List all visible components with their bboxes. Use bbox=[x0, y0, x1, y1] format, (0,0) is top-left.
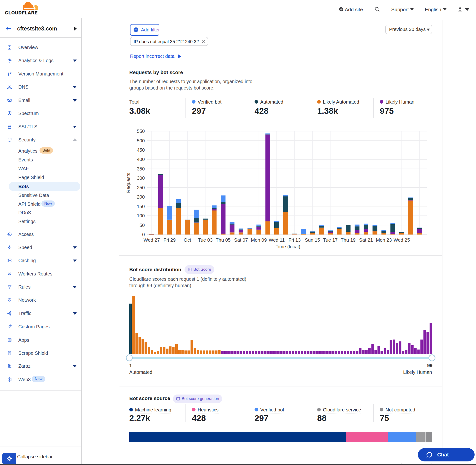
svg-text:Mon 09: Mon 09 bbox=[251, 237, 267, 243]
svg-text:Wed 27: Wed 27 bbox=[144, 237, 160, 243]
svg-text:50: 50 bbox=[139, 223, 145, 228]
svg-text:300: 300 bbox=[137, 176, 145, 181]
svg-text:150: 150 bbox=[137, 204, 145, 209]
svg-text:Fri 29: Fri 29 bbox=[163, 237, 176, 243]
svg-text:550: 550 bbox=[137, 128, 145, 134]
svg-text:350: 350 bbox=[137, 166, 145, 171]
svg-text:Requests: Requests bbox=[126, 173, 131, 193]
svg-text:250: 250 bbox=[137, 185, 145, 190]
svg-text:Sun 15: Sun 15 bbox=[305, 237, 320, 243]
svg-text:Thu 05: Thu 05 bbox=[216, 237, 231, 243]
svg-text:Oct: Oct bbox=[184, 237, 191, 243]
svg-text:Wed 25: Wed 25 bbox=[394, 237, 410, 243]
svg-text:450: 450 bbox=[137, 147, 145, 153]
svg-text:Tue 17: Tue 17 bbox=[323, 237, 338, 243]
svg-text:200: 200 bbox=[137, 194, 145, 200]
svg-text:Tue 03: Tue 03 bbox=[198, 237, 213, 243]
svg-text:Thu 19: Thu 19 bbox=[341, 237, 356, 243]
svg-text:0: 0 bbox=[142, 232, 145, 237]
svg-text:Time (local): Time (local) bbox=[275, 244, 300, 249]
svg-text:Sat 07: Sat 07 bbox=[234, 237, 248, 243]
svg-text:Wed 11: Wed 11 bbox=[269, 237, 285, 243]
svg-text:400: 400 bbox=[137, 157, 145, 162]
svg-text:Sat 21: Sat 21 bbox=[359, 237, 373, 243]
svg-text:500: 500 bbox=[137, 138, 145, 143]
svg-text:100: 100 bbox=[137, 213, 145, 218]
svg-text:Mon 23: Mon 23 bbox=[376, 237, 392, 243]
svg-text:Fri 13: Fri 13 bbox=[288, 237, 300, 243]
